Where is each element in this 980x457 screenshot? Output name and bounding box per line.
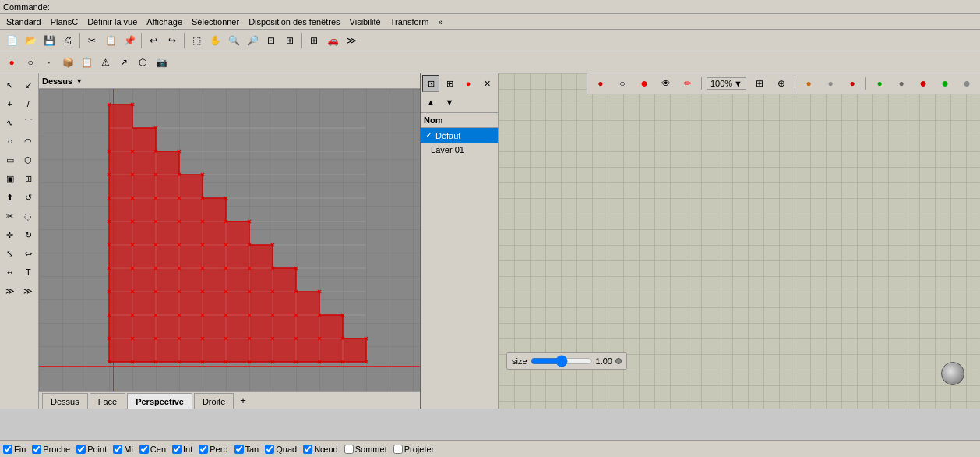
tb2-sel[interactable]: ↗: [115, 54, 132, 71]
lt-more1[interactable]: ≫: [2, 282, 19, 299]
lt-text[interactable]: T: [20, 264, 37, 281]
size-knob[interactable]: [615, 358, 622, 364]
lt-point[interactable]: +: [2, 95, 19, 112]
tb-zoom-ext[interactable]: ⊡: [263, 32, 280, 49]
tb2-dot[interactable]: ·: [41, 54, 58, 71]
layer-defaut[interactable]: ✓ Défaut: [421, 128, 498, 143]
menu-disposition[interactable]: Disposition des fenêtres: [244, 16, 344, 28]
lt-spline[interactable]: ⌒: [20, 114, 37, 131]
check-perp-box[interactable]: [199, 445, 208, 454]
node-graph[interactable]: ● ○ ● 👁 ✏ 100% ▼ ⊞ ⊕ ● ● ● ● ● ● ● ●: [499, 73, 980, 409]
check-mi-box[interactable]: [113, 445, 122, 454]
lt-trim[interactable]: ✂: [2, 207, 19, 225]
tb-print[interactable]: 🖨: [59, 32, 76, 49]
viewport-canvas[interactable]: [39, 89, 420, 391]
tb-save[interactable]: 💾: [41, 32, 58, 49]
lt-mesh[interactable]: ⊞: [20, 170, 37, 187]
menu-standard[interactable]: Standard: [2, 16, 46, 28]
graph-tb-green[interactable]: ●: [871, 75, 888, 92]
check-proche-box[interactable]: [32, 445, 41, 454]
lt-rect[interactable]: ▭: [2, 151, 19, 168]
check-tan-box[interactable]: [234, 445, 244, 454]
menu-affichage[interactable]: Affichage: [142, 16, 187, 28]
menu-visibilite[interactable]: Visibilité: [345, 16, 386, 28]
tb-open[interactable]: 📂: [22, 32, 39, 49]
tab-perspective[interactable]: Perspective: [127, 393, 192, 409]
tb-copy[interactable]: 📋: [102, 32, 119, 49]
tb2-sphere[interactable]: ●: [3, 54, 20, 71]
graph-tb-orange[interactable]: ●: [800, 75, 817, 92]
menu-selectionner[interactable]: Sélectionner: [187, 16, 244, 28]
check-quad-box[interactable]: [265, 445, 274, 454]
viewport-dropdown[interactable]: ▼: [76, 77, 83, 85]
check-noeud-box[interactable]: [303, 445, 312, 454]
tb-select[interactable]: ⬚: [188, 32, 205, 49]
check-fin-box[interactable]: [3, 445, 12, 454]
graph-tb-nav[interactable]: ⊕: [773, 75, 790, 92]
lt-select-arrow[interactable]: ↖: [2, 76, 19, 94]
lt-rotate[interactable]: ↻: [20, 226, 37, 243]
tb-cut[interactable]: ✂: [83, 32, 100, 49]
lt-surf[interactable]: ▣: [2, 170, 19, 187]
lt-revolve[interactable]: ↺: [20, 189, 37, 206]
menu-plansc[interactable]: PlansC: [46, 16, 83, 28]
rp-btn-up[interactable]: ▲: [422, 94, 439, 111]
graph-tb-gray[interactable]: ●: [822, 75, 839, 92]
check-projeter-box[interactable]: [393, 445, 403, 454]
graph-tb-red2[interactable]: ●: [844, 75, 861, 92]
tb-paste[interactable]: 📌: [121, 32, 138, 49]
tab-droite[interactable]: Droite: [194, 393, 234, 409]
graph-tb-pencil[interactable]: ✏: [679, 75, 696, 92]
menu-transform[interactable]: Transform: [386, 16, 434, 28]
graph-tb-green2[interactable]: ●: [936, 75, 954, 92]
tb-pan[interactable]: ✋: [206, 32, 224, 49]
lt-mirror[interactable]: ⇔: [20, 245, 37, 262]
menu-more[interactable]: »: [433, 16, 447, 28]
lt-poly[interactable]: ⬡: [20, 151, 37, 168]
tb-undo[interactable]: ↩: [145, 32, 162, 49]
rp-btn-view2[interactable]: ⊞: [441, 75, 458, 92]
tab-face[interactable]: Face: [90, 393, 125, 409]
layer-01[interactable]: Layer 01: [421, 143, 498, 157]
check-point-box[interactable]: [76, 445, 86, 454]
tb-zoom-out[interactable]: 🔎: [244, 32, 261, 49]
tb2-warn[interactable]: ⚠: [97, 54, 114, 71]
zoom-dropdown[interactable]: ▼: [734, 79, 742, 88]
tb-grid[interactable]: ⊞: [305, 32, 323, 49]
rp-btn-view1[interactable]: ⊡: [422, 75, 439, 92]
tb2-layer[interactable]: 📦: [59, 54, 76, 71]
tb-car[interactable]: 🚗: [324, 32, 341, 49]
menu-definir[interactable]: Définir la vue: [83, 16, 142, 28]
lt-move[interactable]: ✛: [2, 226, 19, 243]
check-cen-box[interactable]: [139, 445, 149, 454]
graph-tb-circle[interactable]: ○: [614, 75, 631, 92]
tb2-circle[interactable]: ○: [22, 54, 39, 71]
rp-btn-down[interactable]: ▼: [441, 94, 458, 111]
graph-tb-gray2[interactable]: ●: [893, 75, 910, 92]
check-int-box[interactable]: [172, 445, 182, 454]
graph-tb-gray3[interactable]: ●: [958, 75, 975, 92]
size-slider[interactable]: [531, 355, 593, 367]
tab-add-button[interactable]: +: [235, 393, 251, 409]
rp-btn-red[interactable]: ●: [460, 75, 477, 92]
tb-zoom-in[interactable]: 🔍: [225, 32, 242, 49]
tb2-prop[interactable]: 📋: [78, 54, 95, 71]
tb-more[interactable]: ≫: [343, 32, 360, 49]
lt-line[interactable]: /: [20, 95, 37, 112]
lt-arc[interactable]: ◠: [20, 133, 37, 150]
lt-dim[interactable]: ↔: [2, 264, 19, 281]
lt-scale[interactable]: ⤡: [2, 245, 19, 262]
graph-tb-red3[interactable]: ●: [915, 75, 932, 92]
tb-zoom-win[interactable]: ⊞: [281, 32, 298, 49]
lt-extrude[interactable]: ⬆: [2, 189, 19, 206]
tb2-cam[interactable]: 📷: [153, 54, 170, 71]
graph-tb-red[interactable]: ●: [636, 75, 653, 92]
tb2-arr[interactable]: ⬡: [134, 54, 151, 71]
lt-fillet[interactable]: ◌: [20, 207, 37, 225]
graph-tb-eye[interactable]: 👁: [657, 75, 675, 92]
tb-redo[interactable]: ↪: [164, 32, 181, 49]
lt-more2[interactable]: ≫: [20, 282, 37, 299]
tb-new[interactable]: 📄: [3, 32, 20, 49]
rp-btn-delete[interactable]: ✕: [478, 75, 495, 92]
graph-tb-grid2[interactable]: ⊞: [751, 75, 768, 92]
